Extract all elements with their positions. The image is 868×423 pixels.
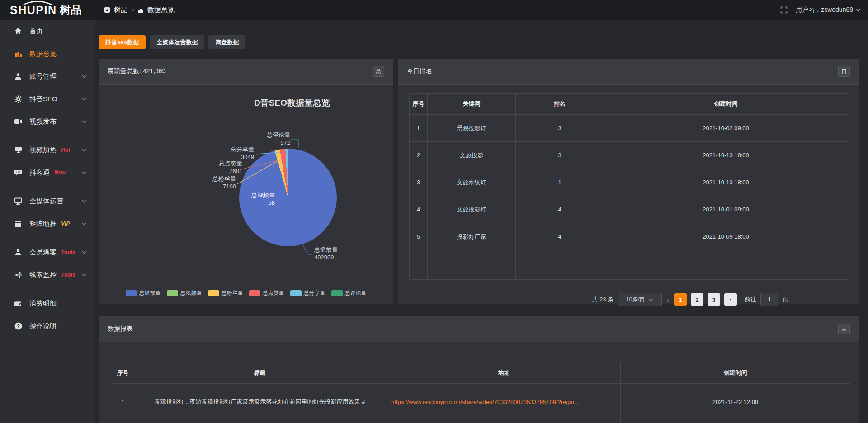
sidebar-divider bbox=[5, 187, 90, 187]
report-table: 序号标题地址创建时间1景观投影灯，夜游景观投影灯厂家展示展示落花灯在花园里的灯光… bbox=[113, 362, 850, 423]
dashboard-page: { "topbar": { "logo_text": "SHUPIN", "lo… bbox=[0, 0, 868, 423]
pie-label-videos: 总视频量58 bbox=[234, 191, 275, 207]
sidebar-item-label: 抖客通 bbox=[29, 169, 50, 177]
chevron-down-icon bbox=[82, 75, 87, 78]
pager-goto-label: 前往 bbox=[745, 296, 756, 304]
sidebar-item-7[interactable]: 抖客通New bbox=[0, 161, 95, 184]
legend-swatch bbox=[331, 290, 343, 296]
tab-1[interactable]: 抖音seo数据 bbox=[99, 35, 146, 49]
legend-swatch bbox=[208, 290, 219, 296]
pie-label-comments: 总评论量572 bbox=[250, 131, 290, 146]
video-icon bbox=[14, 118, 23, 125]
pager-page-3[interactable]: 3 bbox=[708, 293, 720, 306]
table-row[interactable]: 1景观投影灯32021-10-02 09:00 bbox=[410, 115, 848, 142]
sidebar-item-6[interactable]: 视频加热Hot bbox=[0, 139, 95, 161]
sidebar-item-label: 视频发布 bbox=[29, 118, 57, 126]
pager-next-button[interactable]: › bbox=[724, 293, 737, 306]
sidebar-item-label: 全媒体运营 bbox=[29, 197, 63, 206]
sidebar-item-badge: New bbox=[54, 169, 66, 176]
video-link[interactable]: https://www.iesdouyin.com/share/video/70… bbox=[391, 399, 579, 405]
legend-item[interactable]: 总分享量 bbox=[290, 289, 326, 297]
page-size-select[interactable]: 10条/页 bbox=[618, 293, 662, 306]
legend-label: 总点赞量 bbox=[263, 289, 284, 297]
clipped-table-row bbox=[113, 420, 850, 423]
svg-text:?: ? bbox=[17, 323, 20, 329]
table-cell: 1 bbox=[516, 169, 604, 196]
pager-total: 共 23 条 bbox=[592, 296, 613, 304]
sidebar-item-badge: Hot bbox=[61, 147, 70, 153]
pager-prev-button[interactable]: ‹ bbox=[666, 296, 670, 304]
sidebar-item-2[interactable]: 数据总览 bbox=[0, 42, 95, 65]
column-header: 排名 bbox=[516, 94, 604, 115]
legend-item[interactable]: 总评论量 bbox=[331, 289, 367, 297]
sidebar-divider bbox=[5, 238, 90, 238]
data-tabs: 抖音seo数据全媒体运营数据询盘数据 bbox=[99, 35, 245, 49]
column-header: 地址 bbox=[387, 362, 621, 384]
row-index-cell: 1 bbox=[113, 384, 132, 420]
ranking-panel-title: 今日排名 bbox=[407, 67, 432, 75]
sidebar-item-10[interactable]: 会员爆客Tools bbox=[0, 241, 95, 263]
sidebar-item-label: 数据总览 bbox=[29, 50, 57, 58]
bar-chart-icon bbox=[14, 50, 23, 57]
sidebar-divider bbox=[5, 136, 90, 136]
column-header: 序号 bbox=[410, 94, 428, 115]
pager-goto-unit: 页 bbox=[783, 296, 788, 304]
sidebar-item-11[interactable]: 线索监控Tools bbox=[0, 263, 95, 286]
sidebar-item-13[interactable]: ?操作说明 bbox=[0, 315, 95, 337]
sidebar-item-9[interactable]: 矩阵助推VIP bbox=[0, 212, 95, 235]
fullscreen-icon[interactable] bbox=[780, 6, 788, 14]
column-header: 关键词 bbox=[428, 94, 516, 115]
table-cell: 文旅投影灯 bbox=[428, 196, 516, 223]
table-row: 1景观投影灯，夜游景观投影灯厂家展示展示落花灯在花园里的灯光投影应用效果 #ht… bbox=[113, 384, 850, 420]
row-url-cell: https://www.iesdouyin.com/share/video/70… bbox=[387, 384, 621, 420]
sidebar-item-1[interactable]: 首页 bbox=[0, 20, 95, 42]
pager-page-1[interactable]: 1 bbox=[674, 293, 687, 306]
breadcrumb-root[interactable]: 树品 bbox=[114, 6, 127, 14]
table-row[interactable]: 5投影灯厂家42021-10-09 18:00 bbox=[410, 223, 848, 250]
column-header: 标题 bbox=[132, 362, 387, 384]
legend-item[interactable]: 总粉丝量 bbox=[208, 289, 243, 297]
tab-2[interactable]: 全媒体运营数据 bbox=[150, 35, 204, 49]
chart-panel-header: 展现量总数: 421,369 总 bbox=[99, 59, 393, 85]
chat-icon bbox=[14, 169, 23, 176]
question-icon: ? bbox=[14, 322, 23, 330]
pager-page-2[interactable]: 2 bbox=[691, 293, 703, 306]
day-mode-button[interactable]: 日 bbox=[838, 66, 850, 77]
sidebar-item-3[interactable]: 账号管理 bbox=[0, 65, 95, 88]
logo-text-en: SHUPIN bbox=[10, 4, 57, 17]
table-row[interactable]: 3文旅水纹灯12021-10-13 18:00 bbox=[410, 169, 848, 196]
table-row[interactable]: 4文旅投影灯42021-10-01 09:00 bbox=[410, 196, 848, 223]
today-ranking-panel: 今日排名 日 序号关键词排名创建时间1景观投影灯32021-10-02 09:0… bbox=[398, 59, 859, 304]
pager-goto-input[interactable]: 1 bbox=[760, 293, 778, 306]
chevron-down-icon bbox=[82, 200, 87, 203]
tab-3[interactable]: 询盘数据 bbox=[208, 35, 245, 49]
table-mode-button[interactable]: 表 bbox=[838, 324, 850, 334]
impressions-chart-panel: 展现量总数: 421,369 总 D音SEO数据量总览 总评论量572 总分享量… bbox=[99, 59, 393, 304]
user-menu[interactable]: 用户名：zswodun88 bbox=[796, 6, 861, 14]
legend-item[interactable]: 总播放量 bbox=[126, 289, 161, 297]
chevron-down-icon bbox=[856, 9, 861, 12]
sidebar-item-5[interactable]: 视频发布 bbox=[0, 110, 95, 133]
table-cell: 2 bbox=[410, 142, 428, 169]
sidebar-item-12[interactable]: 消费明细 bbox=[0, 292, 95, 315]
username-label: 用户名：zswodun88 bbox=[796, 6, 853, 14]
sidebar-item-4[interactable]: 抖音SEO bbox=[0, 88, 95, 110]
report-panel-header: 数据报表 表 bbox=[99, 316, 859, 342]
ranking-panel-header: 今日排名 日 bbox=[398, 59, 859, 85]
ranking-table: 序号关键词排名创建时间1景观投影灯32021-10-02 09:002文旅投影3… bbox=[409, 93, 848, 280]
row-title-cell: 景观投影灯，夜游景观投影灯厂家展示展示落花灯在花园里的灯光投影应用效果 # bbox=[132, 384, 387, 420]
data-report-panel: 数据报表 表 序号标题地址创建时间1景观投影灯，夜游景观投影灯厂家展示展示落花灯… bbox=[99, 316, 859, 423]
legend-label: 总粉丝量 bbox=[222, 289, 243, 297]
legend-item[interactable]: 总点赞量 bbox=[249, 289, 284, 297]
empty-table-row bbox=[410, 250, 848, 280]
column-header: 创建时间 bbox=[621, 362, 850, 384]
table-cell: 4 bbox=[410, 196, 428, 223]
table-row[interactable]: 2文旅投影32021-10-13 18:00 bbox=[410, 142, 848, 169]
total-mode-button[interactable]: 总 bbox=[373, 66, 384, 77]
grid-icon bbox=[14, 220, 23, 227]
sidebar-item-8[interactable]: 全媒体运营 bbox=[0, 190, 95, 212]
sidebar-item-badge: Tools bbox=[61, 249, 75, 255]
legend-item[interactable]: 总视频量 bbox=[167, 289, 202, 297]
breadcrumb-current: 数据总览 bbox=[147, 6, 175, 14]
pie-label-plays: 总播放量402909 bbox=[314, 246, 355, 261]
